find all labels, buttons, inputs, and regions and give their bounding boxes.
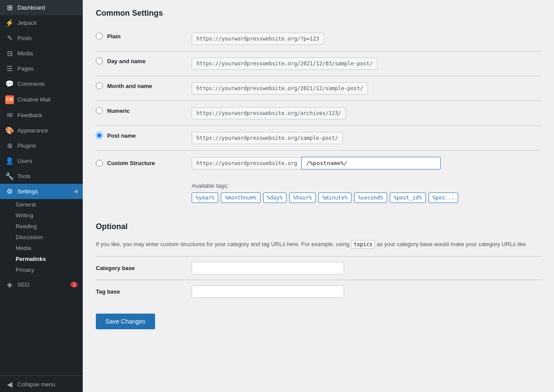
feedback-icon: ✉ — [5, 111, 14, 119]
plugins-icon: ⊕ — [5, 142, 14, 150]
sidebar-item-label: Pages — [17, 65, 34, 72]
permalink-url-post-name: https://yourwordpresswebsite.org/sample-… — [192, 132, 343, 144]
sidebar-item-label: Creative Mail — [17, 96, 51, 103]
permalink-row-plain: Plain https://yourwordpresswebsite.org/?… — [96, 27, 541, 51]
dashboard-icon: ⊞ — [5, 3, 14, 12]
sidebar-sub-privacy[interactable]: Privacy — [0, 264, 83, 275]
users-icon: 👤 — [5, 157, 14, 165]
tags-wrap: %year% %monthnum% %day% %hour% %minute% … — [192, 193, 458, 203]
sidebar-item-label: Feedback — [17, 112, 42, 118]
posts-icon: ✎ — [5, 34, 14, 42]
tag-base-row: Tag base — [96, 280, 541, 303]
sidebar-item-label: Jetpack — [17, 20, 37, 26]
permalink-radio-plain[interactable] — [96, 33, 103, 40]
permalink-label-numeric[interactable]: Numeric — [96, 107, 183, 114]
seo-icon: ◈ — [5, 280, 14, 289]
appearance-icon: 🎨 — [5, 126, 14, 135]
custom-structure-input[interactable] — [301, 157, 441, 169]
main-content: Common Settings Plain https://yourwordpr… — [83, 0, 554, 392]
tag-second[interactable]: %second% — [354, 193, 387, 203]
tag-base-input[interactable] — [192, 285, 344, 298]
sidebar-sub-media[interactable]: Media — [0, 243, 83, 253]
permalink-radio-day-name[interactable] — [96, 57, 103, 64]
permalink-options: Plain https://yourwordpresswebsite.org/?… — [96, 27, 541, 209]
sidebar-item-label: Dashboard — [17, 4, 45, 11]
category-base-row: Category base — [96, 256, 541, 280]
sidebar: ⊞ Dashboard ⚡ Jetpack ✎ Posts ⊟ Media ☰ … — [0, 0, 83, 392]
optional-description: If you like, you may enter custom struct… — [96, 240, 541, 249]
sidebar-item-plugins[interactable]: ⊕ Plugins — [0, 138, 83, 153]
settings-arrow: ◀ — [74, 188, 78, 194]
tag-base-label: Tag base — [96, 288, 183, 295]
sidebar-item-label: Settings — [17, 188, 38, 195]
permalink-radio-numeric[interactable] — [96, 107, 103, 114]
tag-monthnum[interactable]: %monthnum% — [221, 193, 260, 203]
permalink-row-custom: Custom Structure https://yourwordpresswe… — [96, 150, 541, 209]
tag-day[interactable]: %day% — [263, 193, 287, 203]
sidebar-sub-discussion[interactable]: Discussion — [0, 232, 83, 243]
sidebar-item-jetpack[interactable]: ⚡ Jetpack — [0, 15, 83, 30]
sidebar-item-label: Media — [17, 50, 33, 57]
sidebar-item-dashboard[interactable]: ⊞ Dashboard — [0, 0, 83, 15]
permalink-url-plain: https://yourwordpresswebsite.org/?p=123 — [192, 33, 324, 45]
sidebar-collapse[interactable]: ◀ Collapse menu — [0, 375, 83, 392]
sidebar-item-label: Users — [17, 158, 32, 164]
seo-badge: 1 — [71, 282, 78, 287]
sidebar-item-media[interactable]: ⊟ Media — [0, 46, 83, 61]
sidebar-sub-general[interactable]: General — [0, 199, 83, 210]
permalink-label-plain[interactable]: Plain — [96, 33, 183, 40]
permalink-row-day-name: Day and name https://yourwordpresswebsit… — [96, 51, 541, 76]
permalink-label-custom[interactable]: Custom Structure — [96, 160, 183, 167]
sidebar-item-label: Tools — [17, 173, 30, 179]
save-changes-button[interactable]: Save Changes — [96, 314, 155, 329]
sidebar-item-label: Plugins — [17, 142, 36, 149]
comments-icon: 💬 — [5, 80, 14, 88]
permalink-radio-month-name[interactable] — [96, 82, 103, 89]
sidebar-item-seo[interactable]: ◈ SEO 1 — [0, 277, 83, 292]
sidebar-item-settings[interactable]: ⚙ Settings ◀ — [0, 184, 83, 199]
sidebar-item-label: Comments — [17, 81, 45, 87]
sidebar-sub-permalinks[interactable]: Permalinks — [0, 253, 83, 264]
permalink-radio-post-name[interactable] — [96, 132, 103, 139]
sidebar-item-comments[interactable]: 💬 Comments — [0, 76, 83, 91]
permalink-row-month-name: Month and name https://yourwordpresswebs… — [96, 76, 541, 101]
tools-icon: 🔧 — [5, 172, 14, 180]
available-tags-section: Available tags: %year% %monthnum% %day% … — [192, 182, 458, 203]
sidebar-sub-reading[interactable]: Reading — [0, 221, 83, 232]
sidebar-item-pages[interactable]: ☰ Pages — [0, 61, 83, 76]
sidebar-item-tools[interactable]: 🔧 Tools — [0, 169, 83, 184]
sidebar-item-creative-mail[interactable]: CM Creative Mail — [0, 91, 83, 108]
sidebar-item-users[interactable]: 👤 Users — [0, 153, 83, 169]
collapse-icon: ◀ — [5, 380, 14, 389]
common-settings-title: Common Settings — [96, 9, 541, 18]
optional-section: Optional If you like, you may enter cust… — [96, 222, 541, 329]
media-icon: ⊟ — [5, 49, 14, 57]
custom-structure-base-url: https://yourwordpresswebsite.org — [192, 157, 301, 169]
sidebar-collapse-label: Collapse menu — [17, 381, 55, 388]
sidebar-item-label: Appearance — [17, 127, 48, 134]
permalink-radio-custom[interactable] — [96, 160, 103, 167]
sidebar-item-feedback[interactable]: ✉ Feedback — [0, 108, 83, 123]
tag-minute[interactable]: %minute% — [318, 193, 351, 203]
tag-year[interactable]: %year% — [192, 193, 218, 203]
permalink-url-day-name: https://yourwordpresswebsite.org/2021/12… — [192, 57, 378, 70]
sidebar-item-label: Posts — [17, 35, 32, 41]
permalink-label-post-name[interactable]: Post name — [96, 132, 183, 139]
sidebar-item-appearance[interactable]: 🎨 Appearance — [0, 123, 83, 138]
tag-postname-partial[interactable]: %pos... — [429, 193, 459, 203]
permalink-label-month-name[interactable]: Month and name — [96, 82, 183, 89]
custom-structure-wrap: https://yourwordpresswebsite.org — [192, 157, 441, 169]
category-base-input[interactable] — [192, 262, 344, 274]
sidebar-item-label: SEO — [17, 281, 29, 288]
permalink-label-day-name[interactable]: Day and name — [96, 57, 183, 64]
sidebar-item-posts[interactable]: ✎ Posts — [0, 30, 83, 46]
permalink-row-numeric: Numeric https://yourwordpresswebsite.org… — [96, 101, 541, 125]
permalink-row-post-name: Post name https://yourwordpresswebsite.o… — [96, 125, 541, 150]
tag-post-id[interactable]: %post_id% — [390, 193, 426, 203]
sidebar-sub-writing[interactable]: Writing — [0, 210, 83, 221]
category-base-label: Category base — [96, 265, 183, 271]
tag-hour[interactable]: %hour% — [289, 193, 316, 203]
optional-title: Optional — [96, 222, 541, 231]
permalink-url-numeric: https://yourwordpresswebsite.org/archive… — [192, 107, 346, 119]
settings-icon: ⚙ — [5, 187, 14, 196]
